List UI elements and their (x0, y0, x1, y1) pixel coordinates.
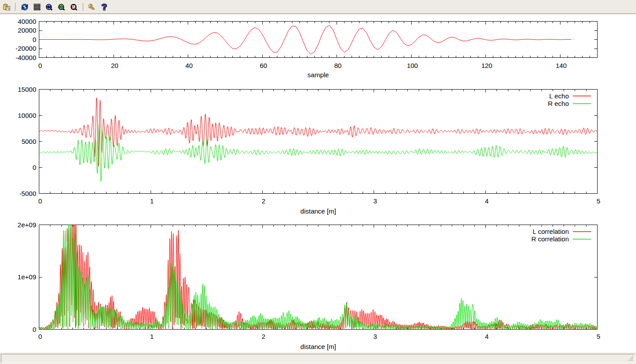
svg-text:40: 40 (186, 62, 193, 69)
svg-text:0: 0 (38, 62, 42, 69)
svg-text:R echo: R echo (548, 100, 569, 107)
svg-text:3: 3 (373, 333, 377, 340)
svg-text:-40000: -40000 (15, 54, 36, 61)
svg-text:sample: sample (307, 71, 329, 79)
svg-text:distance [m]: distance [m] (300, 343, 336, 350)
svg-text:0: 0 (33, 326, 36, 333)
svg-text:0: 0 (38, 333, 42, 340)
svg-text:2e+09: 2e+09 (18, 221, 36, 229)
svg-text:2: 2 (261, 333, 265, 340)
svg-text:3: 3 (373, 197, 377, 205)
svg-text:140: 140 (556, 62, 567, 69)
svg-text:5: 5 (597, 333, 600, 340)
svg-text:40000: 40000 (18, 18, 36, 25)
svg-text:4: 4 (485, 333, 488, 340)
svg-text:L echo: L echo (549, 92, 569, 100)
svg-text:120: 120 (481, 62, 492, 69)
svg-text:80: 80 (334, 62, 342, 69)
svg-text:20000: 20000 (18, 26, 36, 34)
svg-text:-20000: -20000 (15, 45, 36, 52)
svg-text:0: 0 (33, 164, 36, 171)
svg-text:1: 1 (150, 333, 154, 340)
svg-text:20: 20 (111, 62, 118, 69)
svg-text:60: 60 (260, 62, 267, 69)
svg-text:1: 1 (150, 197, 154, 205)
svg-text:4: 4 (485, 197, 488, 205)
svg-text:2: 2 (261, 197, 265, 205)
svg-text:15000: 15000 (18, 86, 36, 93)
svg-text:distance [m]: distance [m] (300, 207, 336, 215)
svg-text:10000: 10000 (18, 112, 36, 119)
svg-text:0: 0 (38, 197, 42, 205)
svg-text:R correlation: R correlation (531, 235, 569, 243)
svg-text:100: 100 (407, 62, 418, 69)
svg-text:5000: 5000 (22, 138, 36, 145)
svg-text:-5000: -5000 (19, 190, 36, 197)
svg-text:5: 5 (597, 197, 600, 205)
svg-text:L correlation: L correlation (533, 228, 569, 235)
svg-text:0: 0 (33, 36, 36, 43)
svg-text:1e+09: 1e+09 (18, 273, 36, 281)
